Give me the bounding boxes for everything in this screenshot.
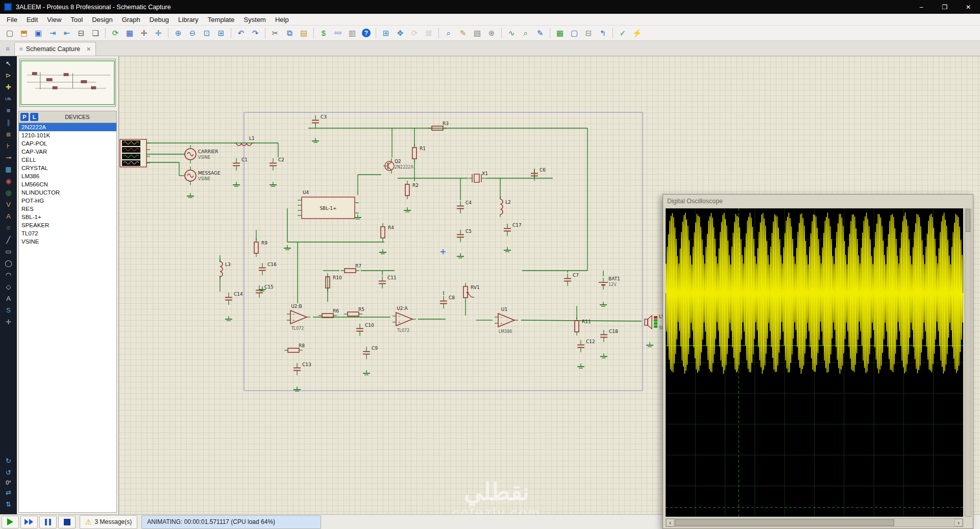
component-carrier[interactable]: CARRIERVSINE: [185, 145, 218, 163]
line-graphic-mode-icon[interactable]: ╱: [2, 234, 15, 246]
goto-parent-sheet-icon[interactable]: ↰: [596, 27, 609, 39]
graph-mode-icon[interactable]: ▦: [2, 163, 15, 175]
component-r8[interactable]: R8: [284, 343, 305, 352]
terminals-mode-icon[interactable]: ⊦: [2, 140, 15, 152]
cut-icon[interactable]: ✂: [268, 27, 282, 39]
component-l3[interactable]: L3: [220, 259, 231, 279]
component-c18[interactable]: C18: [600, 329, 618, 342]
packaging-tool-icon[interactable]: ▧: [471, 27, 484, 39]
import-section-icon[interactable]: ⇥: [46, 27, 59, 39]
component-c10[interactable]: C10: [356, 323, 374, 336]
box-graphic-mode-icon[interactable]: ▭: [2, 246, 15, 257]
horizontal-scroll-thumb[interactable]: [675, 519, 894, 526]
menu-library[interactable]: Library: [174, 16, 203, 23]
component-u2-b[interactable]: −+U2:BTL072: [287, 304, 310, 331]
step-button[interactable]: [20, 516, 38, 528]
device-item-cap-pol[interactable]: CAP-POL: [19, 139, 116, 148]
component-rv1[interactable]: RV1: [463, 283, 480, 301]
component-r9[interactable]: R9: [254, 238, 267, 257]
device-item-lm566cn[interactable]: LM566CN: [19, 180, 116, 188]
menu-help[interactable]: Help: [271, 16, 293, 23]
symbol-graphic-mode-icon[interactable]: S: [2, 304, 15, 316]
component-u4[interactable]: U4SBL-1+: [298, 190, 359, 219]
rotate-anticlockwise-icon[interactable]: ↺: [2, 467, 15, 478]
tape-recorder-mode-icon[interactable]: ◉: [2, 175, 15, 187]
zoom-to-sheet-icon[interactable]: ⊞: [214, 27, 228, 39]
design-explorer-icon[interactable]: ▦: [553, 27, 567, 39]
current-probe-mode-icon[interactable]: A: [2, 210, 15, 222]
component-r5[interactable]: R5: [344, 307, 364, 316]
export-section-icon[interactable]: ⇤: [60, 27, 74, 39]
minimize-button[interactable]: –: [910, 0, 933, 14]
menu-tool[interactable]: Tool: [66, 16, 87, 23]
ground-symbol[interactable]: [504, 247, 511, 252]
ground-symbol[interactable]: [312, 138, 319, 142]
messages-indicator[interactable]: ⚠ 3 Message(s): [80, 515, 137, 529]
ground-symbol[interactable]: [284, 245, 291, 250]
make-device-icon[interactable]: ✎: [456, 27, 470, 39]
ground-symbol[interactable]: [354, 214, 361, 219]
component-r6[interactable]: R6: [318, 308, 339, 318]
help-icon[interactable]: ?: [362, 29, 371, 37]
toggle-false-origin-icon[interactable]: ✛: [137, 27, 151, 39]
copy-block-icon[interactable]: ⊞: [379, 27, 393, 39]
print-design-icon[interactable]: ⊟: [75, 27, 88, 39]
stop-button[interactable]: [58, 516, 76, 528]
device-item-1210-101k[interactable]: 1210-101K: [19, 131, 116, 139]
component-r4[interactable]: R4: [381, 223, 394, 242]
device-item-nlinductor[interactable]: NLINDUCTOR: [19, 188, 116, 197]
mirror-vertical-icon[interactable]: ⇅: [2, 498, 15, 510]
device-item-res[interactable]: RES: [19, 205, 116, 213]
oscilloscope-screen[interactable]: [666, 208, 963, 517]
overview-minimap[interactable]: [19, 59, 116, 107]
refresh-display-icon[interactable]: ⟳: [109, 27, 122, 39]
component-c9[interactable]: C9: [363, 346, 378, 359]
device-item-cell[interactable]: CELL: [19, 156, 116, 164]
menu-template[interactable]: Template: [203, 16, 239, 23]
device-item-2n2222a[interactable]: 2N2222A: [19, 123, 116, 131]
device-item-pot-hg[interactable]: POT-HG: [19, 197, 116, 205]
vertical-scroll-thumb[interactable]: [966, 209, 970, 232]
menu-graph[interactable]: Graph: [117, 16, 145, 23]
component-l2[interactable]: L2: [500, 197, 511, 217]
component-r1[interactable]: R1: [412, 144, 426, 162]
new-design-icon[interactable]: ▢: [3, 27, 16, 39]
ground-symbol[interactable]: [225, 316, 232, 321]
device-item-lm386[interactable]: LM386: [19, 172, 116, 180]
move-block-icon[interactable]: ✥: [394, 27, 407, 39]
toggle-grid-icon[interactable]: ▦: [123, 27, 136, 39]
copy-icon[interactable]: ⧉: [283, 27, 296, 39]
wire-autorouter-icon[interactable]: ∿: [505, 27, 518, 39]
device-item-cap-var[interactable]: CAP-VAR: [19, 148, 116, 156]
component-r2[interactable]: R2: [405, 181, 419, 199]
zoom-out-icon[interactable]: ⊖: [186, 27, 199, 39]
ground-symbol[interactable]: [600, 353, 607, 358]
generator-mode-icon[interactable]: ◎: [2, 187, 15, 199]
component-r10[interactable]: R10: [326, 273, 342, 292]
device-item-vsine[interactable]: VSINE: [19, 237, 116, 246]
rotate-clockwise-icon[interactable]: ↻: [2, 455, 15, 467]
component-c17[interactable]: C17: [504, 223, 522, 236]
bill-of-materials-icon[interactable]: $: [317, 27, 330, 39]
component-mode-icon[interactable]: ⊳: [2, 69, 15, 81]
virtual-instruments-mode-icon[interactable]: ⌾: [2, 222, 15, 234]
buses-mode-icon[interactable]: ∥: [2, 116, 15, 128]
wire-label-mode-icon[interactable]: LBL: [2, 93, 15, 105]
junction-dot-mode-icon[interactable]: ✚: [2, 81, 15, 93]
device-pins-mode-icon[interactable]: ⊸: [2, 152, 15, 163]
ground-symbol[interactable]: [187, 193, 194, 198]
scroll-right-arrow[interactable]: ›: [954, 519, 963, 526]
open-design-icon[interactable]: ⬒: [17, 27, 31, 39]
ground-symbol[interactable]: [270, 182, 277, 186]
oscilloscope-window[interactable]: Digital Oscilloscope ‹ ›: [663, 194, 973, 529]
component-u2-a[interactable]: −+U2:ATL072: [393, 306, 416, 333]
oscilloscope-vertical-scrollbar[interactable]: [965, 208, 971, 517]
new-root-sheet-icon[interactable]: ▢: [568, 27, 581, 39]
text-snippet-icon[interactable]: ▥: [346, 27, 359, 39]
marker-graphic-mode-icon[interactable]: ✛: [2, 316, 15, 328]
component-c12[interactable]: C12: [577, 339, 595, 352]
path-graphic-mode-icon[interactable]: ◇: [2, 281, 15, 293]
zoom-in-icon[interactable]: ⊕: [172, 27, 185, 39]
menu-file[interactable]: File: [2, 16, 22, 23]
ascii-data-import-icon[interactable]: 010: [331, 27, 345, 39]
